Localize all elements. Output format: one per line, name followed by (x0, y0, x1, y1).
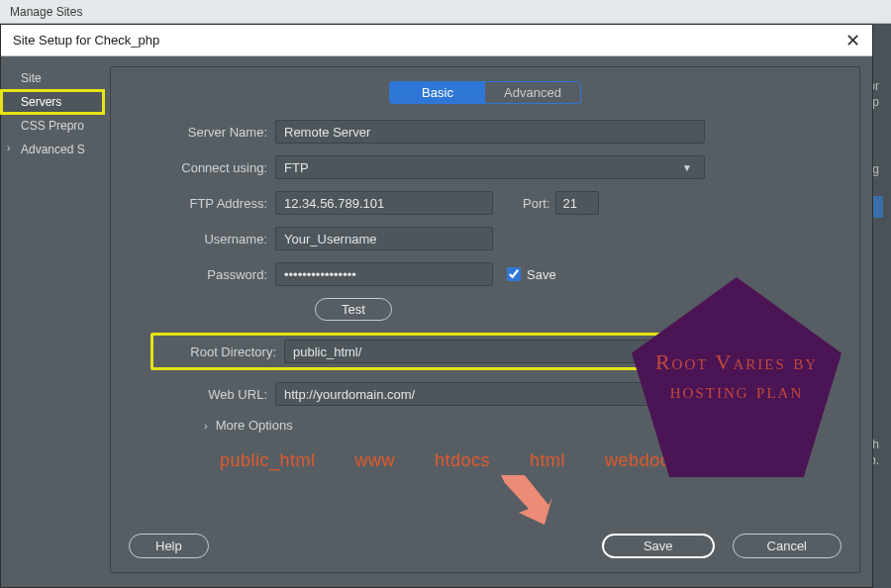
more-options-label: More Options (216, 418, 293, 433)
test-button[interactable]: Test (315, 298, 392, 321)
sidebar-item-servers[interactable]: Servers (1, 90, 104, 114)
bg-text: p (872, 95, 879, 109)
password-input[interactable] (275, 262, 493, 286)
port-label: Port: (523, 196, 549, 211)
sidebar-item-label: Advanced S (21, 143, 85, 156)
close-icon[interactable]: ✕ (845, 30, 860, 51)
sidebar-item-advanced[interactable]: › Advanced S (1, 138, 104, 161)
tab-advanced[interactable]: Advanced (485, 82, 580, 103)
variant-item: public_html (220, 450, 316, 471)
dialog-title: Site Setup for Check_php (13, 33, 159, 48)
more-options-toggle[interactable]: › More Options (204, 418, 705, 433)
variant-item: www (355, 450, 396, 471)
ftp-address-label: FTP Address: (150, 196, 267, 211)
ftp-address-input[interactable] (275, 191, 493, 215)
outer-window-title: Manage Sites (0, 0, 891, 24)
variant-item: webdocs (605, 450, 679, 471)
username-label: Username: (150, 232, 267, 246)
help-button[interactable]: Help (129, 534, 209, 558)
arrow-annotation-icon (495, 471, 554, 527)
site-setup-dialog: Site Setup for Check_php ✕ Site Servers … (0, 24, 873, 588)
username-input[interactable] (275, 227, 493, 250)
connect-using-value: FTP (284, 160, 309, 175)
save-button[interactable]: Save (602, 534, 715, 558)
variant-item: htdocs (435, 450, 490, 471)
root-directory-label: Root Directory: (159, 344, 276, 359)
dialog-button-row: Help Save Cancel (111, 534, 859, 558)
sidebar: Site Servers CSS Prepro › Advanced S (1, 56, 104, 587)
tab-basic[interactable]: Basic (390, 82, 485, 103)
variant-item: html (530, 450, 565, 471)
web-url-label: Web URL: (150, 387, 267, 402)
variant-item: none (719, 450, 760, 471)
root-variants-annotation: public_html www htdocs html webdocs none (220, 450, 705, 471)
server-name-label: Server Name: (150, 125, 267, 140)
connect-using-select[interactable]: FTP ▼ (275, 155, 705, 179)
root-directory-highlight: Root Directory: (150, 333, 705, 370)
connect-using-label: Connect using: (150, 160, 267, 175)
save-password-checkbox[interactable] (507, 267, 521, 281)
save-password-label: Save (527, 267, 556, 282)
root-directory-input[interactable] (284, 340, 696, 363)
port-input[interactable] (555, 191, 599, 215)
web-url-input[interactable] (275, 382, 705, 406)
password-label: Password: (150, 267, 267, 282)
chevron-right-icon: › (204, 420, 208, 432)
chevron-down-icon: ▼ (682, 162, 696, 173)
cancel-button[interactable]: Cancel (733, 534, 842, 558)
dialog-titlebar: Site Setup for Check_php ✕ (1, 25, 872, 56)
sidebar-item-css-prepro[interactable]: CSS Prepro (1, 114, 104, 138)
sidebar-item-site[interactable]: Site (1, 66, 104, 90)
svg-marker-0 (501, 475, 552, 525)
chevron-right-icon: › (7, 143, 10, 153)
server-name-input[interactable] (275, 120, 705, 144)
tab-group: Basic Advanced (389, 81, 581, 104)
server-panel: Basic Advanced Server Name: Connect usin… (110, 66, 860, 573)
